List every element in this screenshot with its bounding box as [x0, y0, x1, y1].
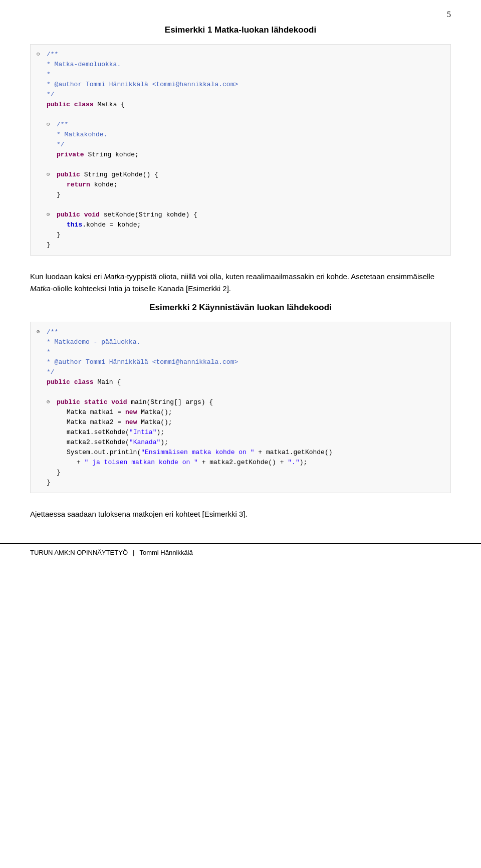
code-line [37, 200, 444, 210]
code-line: matka2.setKohde("Kanada"); [37, 438, 444, 448]
code-line: private String kohde; [37, 150, 444, 160]
code-text [47, 160, 444, 170]
code-text: } [47, 240, 444, 250]
prose-paragraph-1: Kun luodaan kaksi eri Matka-tyyppistä ol… [30, 271, 451, 295]
code-text: matka2.setKohde("Kanada"); [67, 438, 444, 448]
code-text: * @author Tommi Hännikkälä <tommi@hannik… [47, 80, 444, 90]
code-text [47, 387, 444, 397]
code-text: * [47, 347, 444, 357]
code-text: */ [47, 90, 444, 100]
code-text: } [57, 230, 444, 240]
code-text: } [57, 190, 444, 200]
section-title-2: Esimerkki 2 Käynnistävän luokan lähdekoo… [30, 303, 451, 313]
code-text: } [57, 468, 444, 478]
code-line: * Matkademo - pääluokka. [37, 337, 444, 347]
code-text: * Matkakohde. [57, 130, 444, 140]
code-line: ⊝ /** [37, 120, 444, 130]
code-text [47, 110, 444, 120]
code-text: Matka matka1 = new Matka(); [67, 407, 444, 417]
code-text: */ [57, 140, 444, 150]
code-line: Matka matka2 = new Matka(); [37, 417, 444, 427]
code-line: + " ja toisen matkan kohde on " + matka2… [37, 458, 444, 468]
code-text: public class Main { [47, 377, 444, 387]
code-line: */ [37, 90, 444, 100]
section-title-1: Esimerkki 1 Matka-luokan lähdekoodi [30, 25, 451, 35]
code-line: * Matkakohde. [37, 130, 444, 140]
code-text: private String kohde; [57, 150, 444, 160]
code-line: ⊝ /** [37, 327, 444, 337]
code-text: + " ja toisen matkan kohde on " + matka2… [77, 458, 444, 468]
code-line: */ [37, 140, 444, 150]
code-block-2: ⊝ /** * Matkademo - pääluokka. * * @auth… [30, 322, 451, 493]
code-line: public class Main { [37, 377, 444, 387]
code-line: matka1.setKohde("Intia"); [37, 427, 444, 438]
code-line: Matka matka1 = new Matka(); [37, 407, 444, 417]
code-text: * [47, 70, 444, 80]
code-line: } [37, 190, 444, 200]
code-text: /** [57, 120, 444, 130]
code-block-1: ⊝ /** * Matka-demoluokka. * * @author To… [30, 44, 451, 256]
code-text: * Matka-demoluokka. [47, 60, 444, 70]
footer-left: TURUN AMK:N OPINNÄYTETYÖ [30, 549, 128, 556]
code-line: ⊝ public static void main(String[] args)… [37, 397, 444, 407]
code-text: /** [47, 327, 444, 337]
code-text: System.out.println("Ensimmäisen matka ko… [67, 448, 444, 458]
page-number: 5 [447, 10, 451, 19]
code-line: } [37, 468, 444, 478]
code-text: matka1.setKohde("Intia"); [67, 427, 444, 438]
code-line [37, 110, 444, 120]
code-text: public String getKohde() { [57, 170, 444, 180]
footer-right: Tommi Hännikkälä [139, 549, 192, 556]
code-text: } [47, 478, 444, 488]
code-text: * @author Tommi Hännikkälä <tommi@hannik… [47, 357, 444, 367]
code-line: * @author Tommi Hännikkälä <tommi@hannik… [37, 357, 444, 367]
code-text: /** [47, 50, 444, 60]
code-line: } [37, 240, 444, 250]
code-line: * [37, 347, 444, 357]
code-line: * Matka-demoluokka. [37, 60, 444, 70]
code-text: * Matkademo - pääluokka. [47, 337, 444, 347]
code-text [47, 200, 444, 210]
fold-icon[interactable]: ⊝ [37, 328, 47, 336]
code-line: ⊝ public String getKohde() { [37, 170, 444, 180]
code-text: this.kohde = kohde; [67, 220, 444, 230]
code-line: ⊝ /** [37, 50, 444, 60]
prose-paragraph-2: Ajettaessa saadaan tuloksena matkojen er… [30, 508, 451, 520]
footer: TURUN AMK:N OPINNÄYTETYÖ | Tommi Hännikk… [0, 543, 481, 556]
fold-icon[interactable]: ⊝ [37, 50, 47, 59]
code-text: */ [47, 367, 444, 377]
code-line: } [37, 478, 444, 488]
code-line: return kohde; [37, 180, 444, 190]
code-text: public class Matka { [47, 100, 444, 110]
code-line: ⊝ public void setKohde(String kohde) { [37, 210, 444, 220]
fold-icon[interactable]: ⊝ [47, 170, 57, 179]
code-line: } [37, 230, 444, 240]
code-line: * @author Tommi Hännikkälä <tommi@hannik… [37, 80, 444, 90]
fold-icon[interactable]: ⊝ [47, 210, 57, 219]
code-text: public static void main(String[] args) { [57, 397, 444, 407]
code-line: * [37, 70, 444, 80]
code-line: this.kohde = kohde; [37, 220, 444, 230]
code-line [37, 160, 444, 170]
fold-icon[interactable]: ⊝ [47, 120, 57, 129]
code-line: System.out.println("Ensimmäisen matka ko… [37, 448, 444, 458]
fold-icon[interactable]: ⊝ [47, 398, 57, 406]
code-line: */ [37, 367, 444, 377]
code-text: return kohde; [67, 180, 444, 190]
page-container: 5 Esimerkki 1 Matka-luokan lähdekoodi ⊝ … [0, 0, 481, 568]
code-text: Matka matka2 = new Matka(); [67, 417, 444, 427]
footer-divider: | [133, 549, 134, 556]
code-line [37, 387, 444, 397]
code-line: public class Matka { [37, 100, 444, 110]
code-text: public void setKohde(String kohde) { [57, 210, 444, 220]
